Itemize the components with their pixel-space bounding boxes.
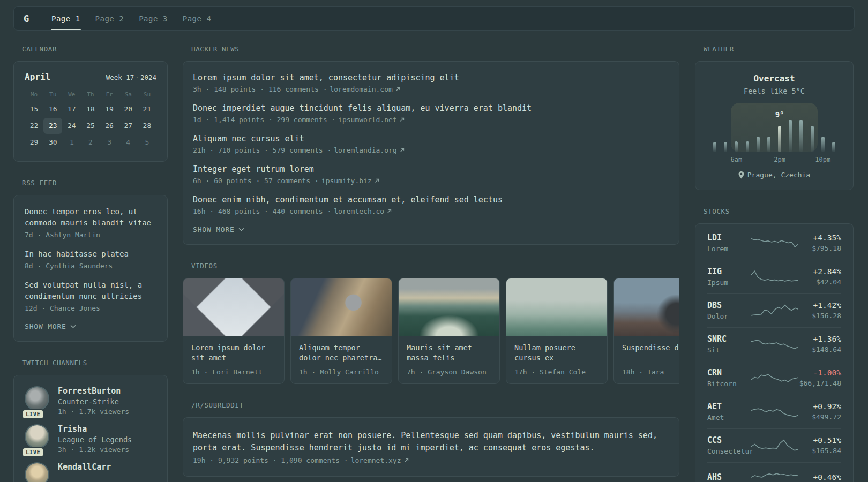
stock-ticker[interactable]: DBS [707, 300, 751, 310]
calendar-weekday-row: MoTuWeThFrSaSu [25, 91, 156, 98]
hackernews-item: Integer eget rutrum lorem 6h · 60 points… [193, 164, 669, 185]
rss-item-title[interactable]: Donec tempor eros leo, ut commodo mauris… [25, 206, 156, 229]
subreddit-widget: /R/SUBREDDIT Maecenas mollis pulvinar er… [183, 401, 679, 477]
stock-values: +0.92% $499.72 [798, 402, 841, 421]
video-card[interactable]: Nullam posuere cursus ex 17h · Stefan Co… [506, 278, 608, 384]
calendar-section-title: CALENDAR [13, 45, 168, 53]
stock-row[interactable]: IIG Ipsum +2.84% $42.04 [707, 260, 841, 293]
hackernews-item-meta-text: 3h · 148 points · 116 comments · [193, 85, 327, 93]
calendar-month: April [25, 72, 50, 82]
twitch-channel-name[interactable]: Trisha [58, 424, 132, 434]
video-card[interactable]: Aliquam tempor dolor nec pharetra… 1h · … [290, 278, 392, 384]
page-tab[interactable]: Page 2 [88, 7, 132, 30]
video-title[interactable]: Aliquam tempor dolor nec pharetra… [299, 343, 384, 363]
twitch-channel-row[interactable]: LIVE Trisha League of Legends 3h · 1.2k … [25, 424, 156, 454]
video-card[interactable]: Mauris sit amet massa felis 7h · Grayson… [398, 278, 500, 384]
hackernews-show-more-button[interactable]: SHOW MORE [193, 225, 244, 234]
hackernews-item: Donec enim nibh, condimentum et accumsan… [193, 194, 669, 215]
rss-item-meta: 8d · Cynthia Saunders [25, 262, 156, 270]
stock-ticker[interactable]: SNRC [707, 334, 751, 344]
subreddit-post-title[interactable]: Maecenas mollis pulvinar erat non posuer… [193, 430, 669, 454]
stock-change-percent: +0.46% [798, 473, 841, 481]
hackernews-item-domain-link[interactable]: loremlandia.org [334, 146, 396, 154]
stock-sparkline-chart [751, 235, 798, 251]
twitch-channel-row[interactable]: LIVE ForrestBurton Counter-Strike 1h · 1… [25, 386, 156, 416]
weather-section-title: WEATHER [695, 45, 854, 53]
live-badge: LIVE [22, 447, 44, 457]
app-logo[interactable]: G [14, 7, 39, 30]
stock-values: +0.46% [798, 473, 841, 481]
stock-ticker[interactable]: CRN [707, 368, 751, 378]
hackernews-item-domain-link[interactable]: ipsumworld.net [338, 116, 397, 124]
stock-ticker[interactable]: CCS [707, 435, 751, 445]
stock-name: Bitcorn [707, 380, 751, 388]
weather-bar [742, 141, 752, 152]
page-tab[interactable]: Page 1 [44, 7, 88, 30]
stocks-section-title: STOCKS [695, 207, 854, 215]
hackernews-item-domain-link[interactable]: loremtech.co [334, 207, 384, 215]
external-link-icon [387, 209, 392, 214]
hackernews-item-title[interactable]: Donec enim nibh, condimentum et accumsan… [193, 194, 669, 205]
hackernews-item-domain-link[interactable]: ipsumify.biz [321, 177, 372, 185]
stock-change-percent: +4.35% [798, 234, 841, 242]
calendar-day: 30 [43, 134, 62, 150]
calendar-day: 5 [138, 134, 156, 150]
stock-ticker[interactable]: IIG [707, 267, 751, 276]
rss-item-meta-text: 8d · Cynthia Saunders [25, 262, 113, 270]
hackernews-item-title[interactable]: Donec imperdiet augue tincidunt felis al… [193, 103, 669, 114]
stock-ticker[interactable]: AET [707, 402, 751, 411]
stock-row[interactable]: SNRC Sit +1.36% $148.64 [707, 327, 841, 361]
calendar-weekday: Mo [25, 91, 43, 98]
video-thumbnail [614, 278, 679, 336]
twitch-channel-name[interactable]: KendallCarr [58, 462, 111, 472]
video-card[interactable]: Suspendisse diam 18h · Tara [613, 278, 679, 384]
calendar-day: 27 [119, 118, 138, 134]
stock-row[interactable]: CCS Consectetur +0.51% $165.84 [707, 428, 841, 462]
stock-ticker[interactable]: LDI [707, 233, 751, 243]
stock-row[interactable]: AET Amet +0.92% $499.72 [707, 395, 841, 428]
video-thumbnail [291, 278, 392, 336]
rss-show-more-button[interactable]: SHOW MORE [25, 322, 76, 330]
rss-section-title: RSS FEED [13, 179, 168, 187]
stock-change-percent: +0.92% [798, 402, 841, 411]
video-title[interactable]: Suspendisse diam [622, 343, 679, 363]
page-tab[interactable]: Page 3 [131, 7, 175, 30]
stock-identity: SNRC Sit [707, 334, 751, 354]
video-title[interactable]: Nullam posuere cursus ex [514, 343, 599, 363]
video-card[interactable]: Lorem ipsum dolor sit amet consectetu… 1… [183, 278, 285, 384]
calendar-weekday: Fr [100, 91, 119, 98]
rss-card: Donec tempor eros leo, ut commodo mauris… [13, 195, 168, 342]
page-tab[interactable]: Page 4 [175, 7, 219, 30]
rss-item-title[interactable]: In hac habitasse platea [25, 248, 156, 260]
calendar-day: 18 [81, 101, 100, 117]
hackernews-item-title[interactable]: Lorem ipsum dolor sit amet, consectetur … [193, 72, 669, 83]
hackernews-item-domain-link[interactable]: loremdomain.com [330, 85, 392, 93]
weather-hourly-chart: 9° [709, 103, 839, 152]
weather-hour-label: 2pm [774, 156, 785, 163]
twitch-channel-row[interactable]: KendallCarr [25, 462, 156, 482]
rss-widget: RSS FEED Donec tempor eros leo, ut commo… [13, 179, 168, 342]
stock-values: +0.51% $165.84 [798, 436, 841, 455]
stock-row[interactable]: CRN Bitcorn -1.00% $66,171.48 [707, 361, 841, 395]
stock-ticker[interactable]: AHS [707, 472, 751, 482]
right-column: WEATHER Overcast Feels like 5°C 9° 6am2p… [695, 45, 854, 482]
stock-name: Lorem [707, 245, 751, 253]
hackernews-item-title[interactable]: Integer eget rutrum lorem [193, 164, 669, 175]
weather-bar [818, 137, 828, 152]
rss-item-title[interactable]: Sed volutpat nulla nisl, a condimentum n… [25, 280, 156, 302]
stock-row[interactable]: DBS Dolor +1.42% $156.28 [707, 293, 841, 327]
hackernews-item-title[interactable]: Aliquam nec cursus elit [193, 133, 669, 144]
twitch-channel-name[interactable]: ForrestBurton [58, 386, 129, 396]
video-title[interactable]: Lorem ipsum dolor sit amet consectetu… [191, 343, 276, 363]
hackernews-item-meta: 3h · 148 points · 116 comments · loremdo… [193, 85, 669, 93]
stock-row[interactable]: LDI Lorem +4.35% $795.18 [707, 227, 841, 260]
stock-identity: DBS Dolor [707, 300, 751, 320]
subreddit-card: Maecenas mollis pulvinar erat non posuer… [183, 417, 679, 477]
subreddit-post-domain-link[interactable]: loremnet.xyz [351, 456, 401, 464]
hackernews-widget: HACKER NEWS Lorem ipsum dolor sit amet, … [183, 45, 679, 245]
weather-hour-labels: 6am2pm10pm [709, 156, 839, 164]
stock-row[interactable]: AHS +0.46% [707, 462, 841, 482]
video-title[interactable]: Mauris sit amet massa felis [407, 343, 491, 363]
stocks-widget: STOCKS LDI Lorem +4.35% $795.18 [695, 207, 854, 482]
show-more-label: SHOW MORE [193, 225, 235, 234]
